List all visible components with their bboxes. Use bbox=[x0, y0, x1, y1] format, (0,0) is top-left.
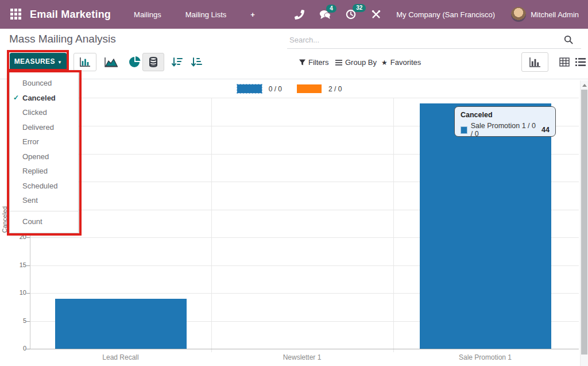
tooltip-label: Sale Promotion 1 / 0 / 0 bbox=[471, 122, 537, 138]
x-label-sale-promotion-1: Sale Promotion 1 bbox=[422, 353, 548, 361]
tooltip-title: Canceled bbox=[461, 111, 550, 119]
messages-icon[interactable]: 4 bbox=[319, 10, 331, 20]
scrollbar-thumb[interactable] bbox=[581, 90, 587, 355]
group-by-button[interactable]: Group By bbox=[335, 58, 377, 67]
y-tick: 15 bbox=[8, 261, 26, 268]
sort-asc-icon bbox=[191, 57, 202, 67]
screen: Email Marketing Mailings Mailing Lists +… bbox=[0, 0, 588, 366]
menu-item-delivered[interactable]: ✓Delivered bbox=[10, 120, 78, 135]
activities-badge: 32 bbox=[353, 4, 366, 12]
company-switcher[interactable]: My Company (San Francisco) bbox=[396, 10, 495, 19]
menu-item-bounced[interactable]: ✓Bounced bbox=[10, 76, 78, 91]
graph-view-icon bbox=[529, 57, 541, 68]
search-input[interactable]: Search... bbox=[287, 31, 581, 49]
phone-icon[interactable] bbox=[295, 10, 304, 20]
avatar[interactable] bbox=[511, 7, 526, 22]
y-tick: 20 bbox=[8, 233, 26, 240]
stacked-icon bbox=[149, 57, 158, 67]
y-axis-title: Canceled bbox=[1, 196, 8, 243]
measures-dropdown: ✓Bounced ✓Canceled ✓Clicked ✓Delivered ✓… bbox=[9, 71, 79, 233]
legend-swatch-orange[interactable] bbox=[297, 84, 322, 93]
line-chart-type-button[interactable] bbox=[103, 53, 119, 71]
tick-mark bbox=[26, 293, 30, 294]
category-separator bbox=[393, 98, 394, 352]
menu-item-clicked[interactable]: ✓Clicked bbox=[10, 105, 78, 120]
tick-mark bbox=[26, 349, 30, 349]
search-placeholder: Search... bbox=[289, 36, 564, 44]
menu-item-replied[interactable]: ✓Replied bbox=[10, 164, 78, 179]
activities-icon[interactable]: 32 bbox=[346, 9, 356, 20]
menu-item-count[interactable]: ✓Count bbox=[10, 214, 78, 229]
bar-chart-type-button[interactable] bbox=[74, 53, 96, 71]
tick-mark bbox=[26, 237, 30, 238]
messages-badge: 4 bbox=[326, 5, 336, 13]
x-label-lead-recall: Lead Recall bbox=[57, 353, 184, 361]
favorites-button[interactable]: ★ Favorites bbox=[381, 58, 421, 67]
pie-chart-icon bbox=[129, 56, 141, 68]
menu-item-opened[interactable]: ✓Opened bbox=[10, 149, 78, 164]
tooltip-swatch bbox=[461, 126, 467, 134]
bar-chart-icon bbox=[79, 57, 91, 67]
filters-button[interactable]: Filters bbox=[299, 58, 328, 67]
view-graph-button[interactable] bbox=[521, 52, 548, 72]
legend-swatch-blue[interactable] bbox=[237, 84, 262, 93]
category-separator bbox=[211, 98, 212, 352]
menu-item-error[interactable]: ✓Error bbox=[10, 134, 78, 149]
group-by-icon bbox=[335, 59, 342, 66]
x-label-newsletter-1: Newsletter 1 bbox=[239, 353, 365, 361]
apps-grid-icon[interactable] bbox=[10, 9, 22, 20]
area-chart-icon bbox=[105, 57, 118, 67]
tooltip-value: 44 bbox=[541, 126, 550, 134]
divider bbox=[0, 79, 588, 79]
y-tick: 10 bbox=[8, 289, 26, 296]
navbar: Email Marketing Mailings Mailing Lists +… bbox=[0, 0, 588, 29]
bar-lead-recall[interactable] bbox=[55, 299, 187, 349]
sort-desc-icon bbox=[171, 57, 183, 67]
view-pivot-button[interactable] bbox=[558, 52, 571, 72]
stacked-toggle-button[interactable] bbox=[142, 53, 164, 71]
nav-item-mailings[interactable]: Mailings bbox=[131, 7, 164, 22]
pivot-view-icon bbox=[559, 57, 570, 67]
menu-item-canceled[interactable]: ✓Canceled bbox=[10, 91, 78, 106]
chart-legend: 0 / 0 2 / 0 bbox=[0, 84, 579, 93]
filter-icon bbox=[299, 59, 305, 66]
list-view-icon bbox=[575, 58, 586, 66]
legend-label-orange[interactable]: 2 / 0 bbox=[328, 85, 342, 93]
menu-item-sent[interactable]: ✓Sent bbox=[10, 193, 78, 208]
mass-mailing-chart: 0 / 0 2 / 0 0 5 10 15 20 25 30 35 40 45 bbox=[0, 80, 588, 366]
view-list-button[interactable] bbox=[574, 52, 587, 72]
menu-item-scheduled[interactable]: ✓Scheduled bbox=[10, 179, 78, 194]
measures-button[interactable]: MEASURES▼ bbox=[10, 53, 67, 70]
tick-mark bbox=[26, 265, 30, 266]
menu-divider bbox=[10, 211, 78, 211]
legend-label-blue[interactable]: 0 / 0 bbox=[269, 85, 282, 93]
y-tick: 0 bbox=[8, 345, 26, 352]
chart-tooltip: Canceled Sale Promotion 1 / 0 / 0 44 bbox=[454, 106, 556, 137]
star-icon: ★ bbox=[381, 59, 388, 67]
app-name[interactable]: Email Marketing bbox=[30, 9, 111, 21]
sort-desc-button[interactable] bbox=[170, 53, 184, 71]
user-menu[interactable]: Mitchell Admin bbox=[531, 10, 579, 19]
y-tick: 5 bbox=[8, 317, 26, 324]
gridline bbox=[30, 98, 579, 98]
tick-mark bbox=[26, 321, 30, 322]
bar-sale-promotion-1[interactable] bbox=[420, 103, 551, 349]
pie-chart-type-button[interactable] bbox=[127, 53, 142, 71]
sort-asc-button[interactable] bbox=[189, 53, 203, 71]
x-axis-line bbox=[30, 349, 579, 349]
page-title: Mass Mailing Analysis bbox=[9, 33, 116, 45]
tools-icon[interactable] bbox=[371, 9, 381, 20]
scroll-up-arrow[interactable] bbox=[582, 84, 587, 87]
vertical-scrollbar[interactable] bbox=[580, 80, 588, 366]
nav-item-new[interactable]: + bbox=[248, 7, 257, 22]
check-icon: ✓ bbox=[13, 94, 19, 102]
search-icon[interactable] bbox=[564, 35, 573, 44]
nav-item-mailing-lists[interactable]: Mailing Lists bbox=[183, 7, 229, 22]
caret-down-icon: ▼ bbox=[57, 60, 62, 65]
